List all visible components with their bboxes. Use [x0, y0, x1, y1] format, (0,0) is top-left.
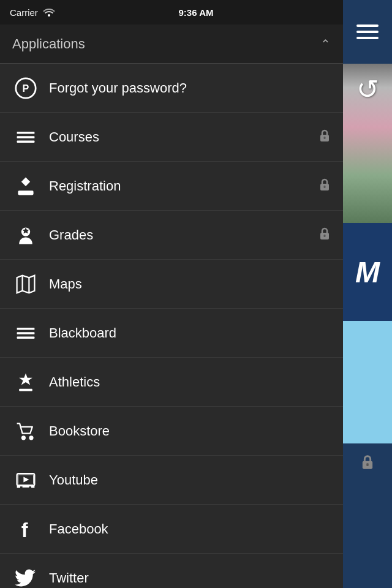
menu-item-blackboard[interactable]: Blackboard [0, 309, 343, 358]
svg-marker-29 [23, 477, 29, 482]
youtube-label: Youtube [49, 472, 331, 488]
maps-icon [12, 271, 39, 298]
menu-item-youtube[interactable]: Youtube [0, 456, 343, 505]
facebook-label: Facebook [49, 521, 331, 537]
registration-lock-icon [318, 177, 331, 195]
side-panel-image-1: ↺ [343, 64, 392, 223]
svg-point-23 [29, 435, 33, 440]
svg-rect-6 [324, 137, 326, 139]
side-panel: ↺ M [343, 0, 392, 588]
twitter-label: Twitter [49, 570, 331, 586]
svg-rect-10 [324, 186, 326, 188]
svg-rect-38 [366, 463, 369, 466]
left-panel: Applications ⌃ P Forgot your password? [0, 24, 343, 588]
svg-text:P: P [23, 83, 29, 94]
menu-item-grades[interactable]: Grades [0, 211, 343, 260]
maps-label: Maps [49, 276, 331, 292]
menu-item-bookstore[interactable]: Bookstore [0, 407, 343, 456]
facebook-icon: f [12, 516, 39, 543]
registration-icon [12, 173, 39, 200]
bookstore-label: Bookstore [49, 423, 331, 439]
hamburger-button[interactable] [343, 0, 392, 64]
menu-list: P Forgot your password? Courses [0, 64, 343, 588]
side-letter-m: M [355, 255, 380, 289]
twitter-icon [12, 565, 39, 589]
app-header-title: Applications [12, 36, 85, 52]
menu-item-forgot-password[interactable]: P Forgot your password? [0, 64, 343, 113]
menu-item-maps[interactable]: Maps [0, 260, 343, 309]
grades-lock-icon [318, 226, 331, 244]
blackboard-label: Blackboard [49, 325, 331, 341]
menu-item-twitter[interactable]: Twitter [0, 554, 343, 588]
blackboard-icon [12, 320, 39, 347]
wifi-icon [43, 7, 55, 18]
side-lock-area [343, 443, 392, 480]
side-panel-image-3 [343, 321, 392, 443]
carrier-label: Carrier [10, 7, 38, 18]
hamburger-line-3 [356, 37, 379, 39]
svg-text:f: f [21, 519, 28, 540]
svg-point-22 [21, 435, 26, 440]
athletics-icon [12, 369, 39, 396]
svg-rect-3 [17, 136, 35, 138]
svg-rect-19 [17, 332, 35, 334]
password-icon: P [12, 75, 39, 102]
status-bar: Carrier 9:36 AM [0, 0, 392, 24]
svg-rect-8 [18, 190, 33, 195]
svg-rect-4 [17, 140, 35, 143]
side-panel-image-2: M [343, 223, 392, 321]
menu-item-registration[interactable]: Registration [0, 162, 343, 211]
collapse-button[interactable]: ⌃ [320, 37, 331, 51]
status-left: Carrier [10, 7, 55, 18]
side-lock-icon [360, 453, 375, 470]
svg-rect-21 [19, 388, 32, 391]
grades-label: Grades [49, 227, 318, 243]
status-time: 9:36 AM [179, 7, 214, 18]
svg-marker-7 [21, 177, 30, 186]
svg-rect-28 [31, 486, 34, 488]
hamburger-line-2 [356, 31, 379, 33]
svg-rect-14 [324, 235, 326, 237]
menu-item-courses[interactable]: Courses [0, 113, 343, 162]
svg-rect-20 [17, 336, 35, 339]
svg-rect-2 [17, 132, 35, 134]
svg-rect-18 [17, 328, 35, 330]
hamburger-line-1 [356, 24, 379, 27]
forgot-password-label: Forgot your password? [49, 80, 331, 96]
courses-label: Courses [49, 129, 318, 145]
menu-item-athletics[interactable]: Athletics [0, 358, 343, 407]
svg-marker-15 [17, 275, 35, 293]
refresh-arrow-icon: ↺ [356, 74, 379, 105]
youtube-icon [12, 467, 39, 494]
courses-icon [12, 124, 39, 151]
app-header: Applications ⌃ [0, 24, 343, 64]
menu-item-facebook[interactable]: f Facebook [0, 505, 343, 554]
athletics-label: Athletics [49, 374, 331, 390]
grades-icon [12, 222, 39, 249]
registration-label: Registration [49, 178, 318, 194]
bookstore-icon [12, 418, 39, 445]
svg-rect-27 [17, 486, 20, 488]
courses-lock-icon [318, 128, 331, 146]
